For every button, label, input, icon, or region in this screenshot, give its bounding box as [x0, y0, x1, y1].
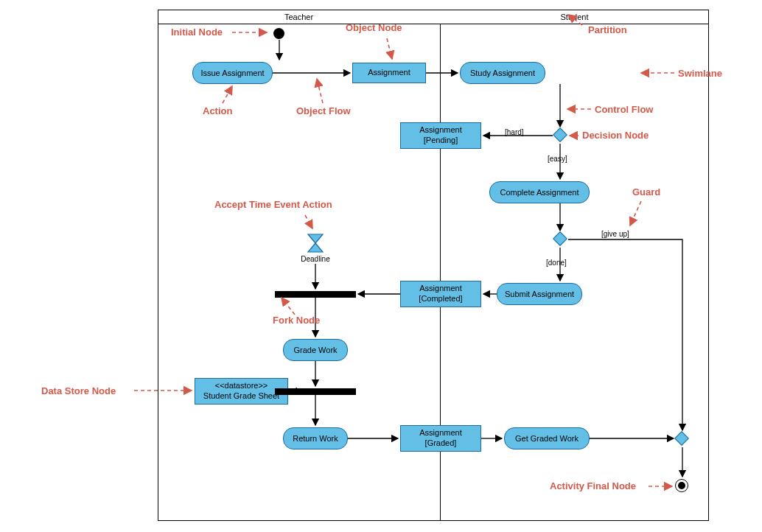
- initial-node: [273, 28, 284, 39]
- lane-header-teacher: Teacher: [158, 10, 440, 24]
- guard-done: [done]: [546, 259, 567, 267]
- datastore-stereo: <<datastore>>: [215, 381, 268, 391]
- object-assignment-completed: Assignment [Completed]: [400, 281, 481, 307]
- datastore-node: <<datastore>> Student Grade Sheet: [195, 378, 288, 405]
- action-issue-assignment: Issue Assignment: [192, 62, 273, 84]
- action-study-assignment: Study Assignment: [460, 62, 545, 84]
- activity-final-node: [675, 479, 688, 492]
- fork-node-1: [275, 291, 356, 298]
- datastore-label: Student Grade Sheet: [203, 391, 279, 402]
- object-label: Assignment: [419, 125, 461, 136]
- action-get-graded-work: Get Graded Work: [504, 427, 590, 449]
- action-submit-assignment: Submit Assignment: [497, 283, 582, 305]
- guard-hard: [hard]: [505, 128, 524, 136]
- accept-time-event-icon: [307, 233, 324, 256]
- object-assignment-pending: Assignment [Pending]: [400, 122, 481, 149]
- anno-data-store: Data Store Node: [41, 385, 116, 396]
- object-assignment: Assignment: [352, 63, 426, 83]
- object-assignment-graded: Assignment [Graded]: [400, 425, 481, 452]
- guard-easy: [easy]: [548, 155, 567, 163]
- object-label: Assignment: [419, 284, 461, 294]
- guard-giveup: [give up]: [601, 230, 629, 238]
- lane-header-student: Student: [440, 10, 709, 24]
- object-state: [Pending]: [424, 136, 458, 146]
- deadline-label: Deadline: [299, 255, 332, 263]
- action-grade-work: Grade Work: [283, 339, 348, 361]
- fork-node-2: [275, 388, 356, 395]
- svg-marker-0: [308, 234, 323, 252]
- action-return-work: Return Work: [283, 427, 348, 449]
- object-state: [Completed]: [419, 294, 462, 304]
- action-complete-assignment: Complete Assignment: [489, 181, 590, 203]
- object-label: Assignment: [419, 428, 461, 438]
- object-state: [Graded]: [425, 438, 457, 449]
